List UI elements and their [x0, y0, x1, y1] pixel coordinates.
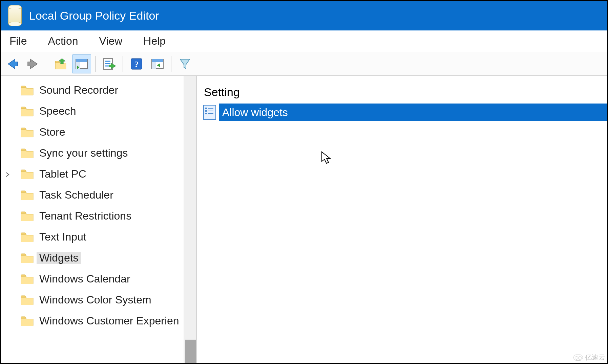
tree-item[interactable]: Sound Recorder — [1, 79, 196, 100]
arrow-left-icon — [5, 57, 19, 71]
main-area: Sound RecorderSpeechStoreSync your setti… — [1, 76, 607, 363]
toolbar — [1, 52, 607, 76]
tree-item-label: Windows Calendar — [39, 273, 130, 285]
folder-icon — [20, 252, 34, 263]
back-button[interactable] — [3, 54, 22, 73]
tree-item[interactable]: Store — [1, 121, 196, 142]
toolbar-separator — [95, 56, 96, 72]
toolbar-separator — [123, 56, 123, 72]
menu-help[interactable]: Help — [143, 35, 166, 47]
tree-item-label: Tenant Restrictions — [39, 210, 131, 222]
app-scroll-icon — [8, 7, 22, 24]
tree-scrollbar[interactable] — [184, 76, 196, 363]
folder-icon — [20, 315, 34, 326]
tree-item-label: Windows Color System — [39, 294, 151, 306]
folder-up-icon — [54, 57, 67, 71]
tree-item[interactable]: Tenant Restrictions — [1, 205, 196, 226]
pane-detail-icon — [75, 57, 88, 71]
watermark: 亿速云 — [573, 353, 605, 362]
tree-item-label: Windows Customer Experien — [39, 315, 179, 327]
setting-row[interactable]: Allow widgets — [203, 104, 607, 121]
menu-view[interactable]: View — [99, 35, 123, 47]
window-title: Local Group Policy Editor — [29, 9, 159, 22]
tree-item-label: Store — [39, 126, 65, 138]
folder-icon — [20, 127, 34, 137]
folder-icon — [20, 210, 34, 221]
setting-label: Allow widgets — [219, 104, 607, 121]
tree-item[interactable]: Speech — [1, 100, 196, 121]
folder-icon — [20, 168, 34, 179]
folder-icon — [20, 273, 34, 284]
title-bar: Local Group Policy Editor — [1, 1, 607, 30]
folder-icon — [20, 231, 34, 242]
list-export-icon — [102, 57, 116, 71]
tree-item-label: Widgets — [37, 252, 81, 264]
tree-item[interactable]: Widgets — [1, 247, 196, 268]
tree-item[interactable]: Sync your settings — [1, 142, 196, 163]
menu-bar: File Action View Help — [1, 30, 607, 52]
help-icon — [130, 57, 143, 71]
watermark-icon — [573, 355, 583, 361]
menu-action[interactable]: Action — [48, 35, 78, 47]
up-button[interactable] — [51, 54, 70, 73]
expand-chevron-icon[interactable] — [5, 170, 12, 177]
folder-icon — [20, 106, 34, 116]
forward-button[interactable] — [24, 54, 43, 73]
tree-item-label: Tablet PC — [39, 168, 86, 180]
detail-pane: Setting Allow widgets — [197, 76, 607, 363]
folder-icon — [20, 189, 34, 200]
tree-item[interactable]: Task Scheduler — [1, 184, 196, 205]
folder-icon — [20, 294, 34, 305]
tree-item-label: Task Scheduler — [39, 189, 113, 201]
tree-item[interactable]: Text Input — [1, 226, 196, 247]
funnel-icon — [178, 57, 192, 71]
tree-item-label: Text Input — [39, 231, 86, 243]
tree-item[interactable]: Tablet PC — [1, 163, 196, 184]
toolbar-separator — [47, 56, 47, 72]
tree-item[interactable]: Windows Calendar — [1, 268, 196, 289]
pane-show-icon — [151, 57, 164, 71]
tree-item[interactable]: Windows Customer Experien — [1, 310, 196, 331]
pane-detail-button[interactable] — [72, 54, 91, 73]
toolbar-separator — [171, 56, 171, 72]
arrow-right-icon — [26, 57, 40, 71]
pane-show-button[interactable] — [148, 54, 167, 73]
help-button[interactable] — [127, 54, 146, 73]
tree-pane[interactable]: Sound RecorderSpeechStoreSync your setti… — [1, 76, 197, 363]
filter-button[interactable] — [175, 54, 194, 73]
tree-item[interactable]: Windows Color System — [1, 289, 196, 310]
export-list-button[interactable] — [100, 54, 119, 73]
folder-icon — [20, 147, 34, 158]
detail-column-header[interactable]: Setting — [203, 86, 607, 99]
watermark-text: 亿速云 — [585, 353, 605, 362]
tree-item-label: Sound Recorder — [39, 84, 118, 96]
tree-item-label: Sync your settings — [39, 147, 128, 159]
folder-icon — [20, 85, 34, 95]
scrollbar-thumb[interactable] — [185, 340, 196, 363]
menu-file[interactable]: File — [9, 35, 27, 47]
policy-setting-icon — [203, 105, 216, 120]
tree-item-label: Speech — [39, 105, 76, 117]
